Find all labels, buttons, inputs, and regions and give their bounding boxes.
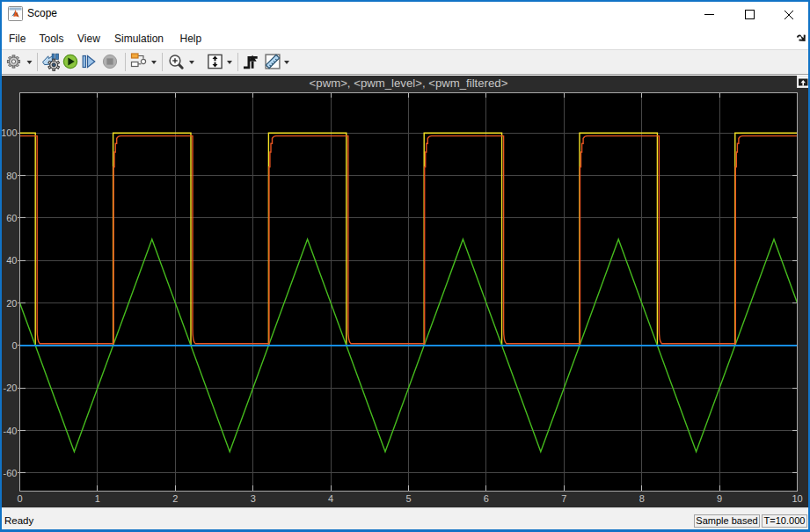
svg-text:7: 7 — [561, 493, 566, 504]
svg-text:5: 5 — [405, 493, 411, 504]
svg-text:60: 60 — [6, 213, 17, 223]
svg-text:20: 20 — [6, 298, 17, 309]
svg-text:-60: -60 — [4, 468, 18, 478]
svg-text:4: 4 — [328, 493, 333, 504]
svg-text:-20: -20 — [4, 383, 18, 393]
svg-text:8: 8 — [639, 493, 645, 504]
svg-text:1: 1 — [95, 493, 100, 504]
svg-text:2: 2 — [172, 493, 178, 504]
svg-text:0: 0 — [11, 340, 17, 351]
svg-text:0: 0 — [17, 493, 22, 504]
svg-text:9: 9 — [717, 493, 722, 504]
svg-text:100: 100 — [2, 128, 18, 138]
svg-text:80: 80 — [6, 171, 17, 181]
svg-text:-40: -40 — [4, 426, 18, 436]
svg-text:3: 3 — [251, 493, 256, 504]
svg-text:10: 10 — [792, 493, 802, 504]
svg-text:40: 40 — [6, 255, 17, 266]
svg-text:<pwm>, <pwm_level>, <pwm_filte: <pwm>, <pwm_level>, <pwm_filtered> — [310, 77, 508, 90]
svg-text:6: 6 — [484, 493, 489, 504]
